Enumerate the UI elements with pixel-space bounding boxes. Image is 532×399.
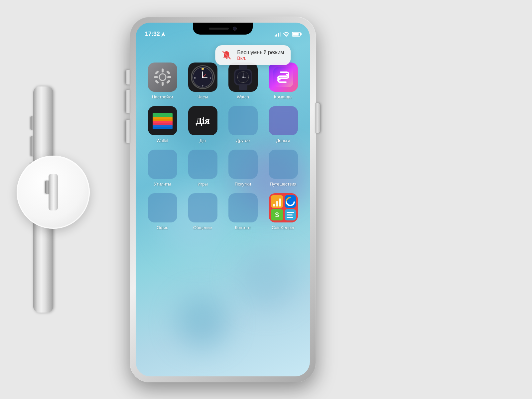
svg-text:3: 3 (210, 76, 211, 79)
coinkeeper-label: CoinKeeper (272, 225, 295, 230)
svg-rect-5 (162, 68, 164, 72)
svg-rect-40 (153, 125, 173, 129)
signal-bar-4 (280, 32, 281, 37)
bell-slash-icon (221, 50, 231, 60)
power-button[interactable] (315, 103, 320, 133)
games-folder-icon (188, 150, 217, 179)
wallet-icon (148, 106, 177, 135)
app-content[interactable]: Контент (223, 193, 263, 230)
svg-rect-54 (287, 217, 293, 218)
wallpaper-blob-5 (176, 295, 229, 348)
svg-text:9: 9 (194, 76, 196, 79)
shopping-folder-icon (228, 150, 258, 179)
app-shortcuts[interactable]: Команды (263, 63, 303, 99)
dia-icon: Дія (188, 106, 217, 135)
app-grid: Настройки 12 3 (136, 63, 310, 230)
shortcuts-svg (273, 67, 293, 87)
coinkeeper-svg: $ (269, 193, 298, 222)
phone-main: 17:32 (130, 17, 316, 382)
settings-label: Настройки (152, 94, 173, 99)
clock-svg: 12 3 6 9 (192, 66, 213, 88)
svg-point-33 (242, 82, 243, 83)
app-other[interactable]: Другое (223, 106, 263, 143)
phone-screen: 17:32 (136, 23, 310, 376)
svg-point-21 (202, 76, 203, 78)
money-label: Деньги (276, 138, 290, 143)
money-folder-icon (269, 106, 298, 135)
shortcuts-icon (269, 63, 298, 92)
office-label: Офис (157, 225, 168, 230)
volume-down-button[interactable] (126, 120, 130, 143)
signal-bars (275, 32, 281, 37)
silent-subtitle: Вкл. (237, 56, 284, 61)
svg-text:6: 6 (202, 84, 203, 87)
content-folder-icon (228, 193, 258, 222)
silent-title: Бесшумный режим (237, 50, 284, 56)
notch-camera (233, 27, 237, 31)
dia-label: Дія (200, 138, 206, 143)
app-money[interactable]: Деньги (263, 106, 303, 143)
svg-point-32 (248, 77, 249, 78)
app-shopping[interactable]: Покупки (223, 150, 263, 187)
notch-speaker (209, 28, 229, 30)
battery-icon (292, 32, 301, 37)
svg-rect-6 (162, 82, 164, 86)
coinkeeper-icon: $ (269, 193, 298, 222)
app-games[interactable]: Игры (183, 150, 223, 187)
content-label: Контент (235, 225, 251, 230)
status-time: 17:32 (145, 31, 165, 38)
time-display: 17:32 (145, 31, 160, 38)
signal-bar-1 (275, 35, 276, 37)
app-settings[interactable]: Настройки (142, 63, 183, 99)
signal-bar-3 (278, 33, 279, 37)
app-wallet[interactable]: Wallet (142, 106, 183, 143)
app-watch[interactable]: Watch (223, 63, 263, 99)
side-vol-up-button[interactable] (31, 136, 34, 156)
watch-label: Watch (237, 94, 249, 99)
svg-rect-44 (276, 201, 278, 206)
app-office[interactable]: Офис (142, 193, 183, 230)
dia-text: Дія (196, 115, 209, 126)
circle-magnify (17, 156, 90, 229)
phone-main-body: 17:32 (130, 17, 316, 382)
utilities-label: Утилиты (154, 182, 171, 187)
utilities-folder-icon (148, 150, 177, 179)
app-coinkeeper[interactable]: $ CoinKeeper (263, 193, 303, 230)
app-social[interactable]: Общение (183, 193, 223, 230)
svg-point-22 (202, 68, 204, 70)
app-utilities[interactable]: Утилиты (142, 150, 183, 187)
svg-rect-35 (273, 67, 293, 87)
svg-point-30 (242, 76, 244, 78)
svg-point-31 (242, 71, 243, 72)
scene: 17:32 (0, 0, 532, 399)
social-label: Общение (193, 225, 212, 230)
silent-notification: Бесшумный режим Вкл. (215, 45, 291, 65)
svg-rect-24 (239, 85, 247, 90)
app-clock[interactable]: 12 3 6 9 (183, 63, 223, 99)
settings-gear-svg (153, 67, 173, 87)
silent-text: Бесшумный режим Вкл. (237, 50, 284, 61)
volume-up-button[interactable] (126, 90, 130, 113)
circle-side-detail (45, 172, 62, 212)
app-travel[interactable]: Путешествия (263, 150, 303, 187)
watch-app-icon (228, 63, 258, 92)
svg-text:$: $ (275, 211, 279, 218)
circle-mute-btn (45, 181, 49, 194)
travel-label: Путешествия (270, 182, 296, 187)
app-dia[interactable]: Дія Дія (183, 106, 223, 143)
side-mute-button[interactable] (31, 116, 34, 130)
mute-switch[interactable] (126, 70, 130, 84)
wallet-label: Wallet (157, 138, 169, 143)
other-label: Другое (236, 138, 250, 143)
signal-bar-2 (276, 34, 277, 37)
settings-icon (148, 63, 177, 92)
clock-label: Часы (198, 94, 208, 99)
notch (193, 23, 253, 35)
svg-rect-43 (273, 204, 275, 206)
wallet-svg (151, 111, 175, 131)
svg-rect-45 (279, 199, 281, 206)
location-icon (161, 32, 165, 37)
other-folder-icon (228, 106, 258, 135)
svg-rect-8 (167, 76, 171, 78)
battery-fill (293, 33, 299, 36)
